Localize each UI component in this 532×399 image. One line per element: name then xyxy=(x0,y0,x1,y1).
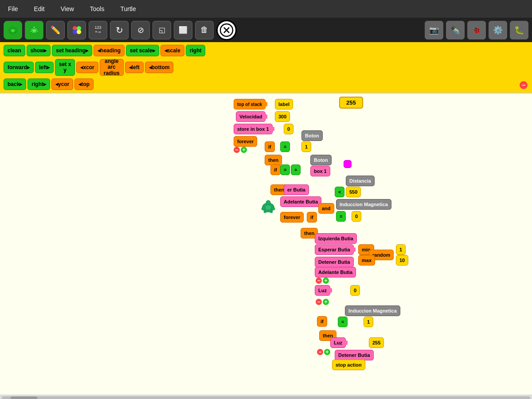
block-adelante-butia-1[interactable]: Adelante Butia xyxy=(280,196,321,207)
block-val-550[interactable]: 550 xyxy=(346,187,361,197)
menu-view[interactable]: View xyxy=(57,4,78,14)
block-show[interactable]: show▸ xyxy=(27,45,51,56)
block-plus-4[interactable]: + xyxy=(324,349,330,355)
block-boton-2[interactable]: Boton xyxy=(310,155,332,165)
color-btn[interactable] xyxy=(67,21,86,39)
block-bottom[interactable]: ◂bottom xyxy=(145,62,174,73)
block-right[interactable]: right xyxy=(186,45,206,56)
block-esperar-butia[interactable]: Esperar Butia xyxy=(315,244,354,255)
block-box1[interactable]: box 1 xyxy=(310,166,330,176)
block-eq-4[interactable]: = xyxy=(338,317,348,327)
block-back[interactable]: back▸ xyxy=(4,78,26,90)
turtle-run-btn[interactable] xyxy=(25,21,43,39)
block-xcor[interactable]: ◂xcor xyxy=(76,62,98,73)
close-btn[interactable] xyxy=(216,20,237,40)
menu-tools[interactable]: Tools xyxy=(86,4,108,14)
block-angle-arc[interactable]: anglearcradius xyxy=(100,59,124,76)
loop-btn[interactable]: ⊘ xyxy=(131,21,150,39)
block-ycor[interactable]: ◂ycor xyxy=(51,78,73,90)
block-detener-butia-2[interactable]: Detener Butia xyxy=(335,350,374,360)
block-plus-op[interactable]: + xyxy=(291,164,301,175)
turtle-home-btn[interactable] xyxy=(4,21,22,39)
block-val-1-2[interactable]: 1 xyxy=(396,244,406,255)
block-induccion-1[interactable]: Induccion Magnetica xyxy=(336,199,391,210)
block-velocidad[interactable]: Velocidad xyxy=(236,111,266,122)
block-eq-2[interactable]: = xyxy=(280,164,290,175)
block-val-300[interactable]: 300 xyxy=(275,111,290,122)
scrollbar[interactable] xyxy=(0,395,532,399)
block-set-heading[interactable]: set heading▸ xyxy=(52,45,92,56)
block-then-1[interactable]: then xyxy=(265,155,282,165)
block-luz-2[interactable]: Luz xyxy=(330,337,346,348)
block-forever-2[interactable]: forever xyxy=(280,212,304,223)
block-if-1[interactable]: if xyxy=(265,141,275,152)
block-stop-action[interactable]: stop action xyxy=(332,360,365,370)
svg-point-4 xyxy=(15,31,17,32)
block-set-xy[interactable]: set xy xyxy=(55,59,75,76)
toolbar: ✏️ 123+-= ↻ ⊘ ◱ ⬜ 🗑 📷 ✒️ 🐞 ⚙️ 🐛 xyxy=(0,18,532,42)
block-heading[interactable]: ◂heading xyxy=(94,45,125,56)
menu-edit[interactable]: Edit xyxy=(31,4,48,14)
block-plus-1[interactable]: + xyxy=(241,147,247,153)
block-and[interactable]: and xyxy=(318,203,334,214)
block-clean[interactable]: clean xyxy=(4,45,25,56)
block-minus-4[interactable]: − xyxy=(317,349,323,355)
block-plus-2[interactable]: + xyxy=(323,278,329,284)
block-boton-1[interactable]: Boton xyxy=(301,130,323,141)
block-max[interactable]: max xyxy=(358,255,375,266)
block-eq-3[interactable]: = xyxy=(336,211,346,222)
block-luz-1[interactable]: Luz xyxy=(315,285,330,296)
svg-point-1 xyxy=(11,29,15,32)
block-val-255[interactable]: 255 xyxy=(369,337,384,348)
block-val-1-1[interactable]: 1 xyxy=(301,141,311,152)
svg-point-23 xyxy=(270,211,273,213)
palette-collapse-btn[interactable]: − xyxy=(520,81,528,89)
block-forward[interactable]: forward▸ xyxy=(4,62,34,73)
bug2-btn[interactable]: 🐛 xyxy=(510,21,528,39)
block-induccion-2[interactable]: Induccion Magnetica xyxy=(345,305,400,316)
pencil-btn[interactable]: ✏️ xyxy=(46,21,65,39)
pen2-btn[interactable]: ✒️ xyxy=(446,21,465,39)
trash-btn[interactable]: 🗑 xyxy=(195,21,214,39)
block-val-10[interactable]: 10 xyxy=(396,255,408,266)
block-val-0-2[interactable]: 0 xyxy=(352,211,361,222)
block-lt[interactable]: < xyxy=(335,187,344,197)
block-top[interactable]: ◂top xyxy=(74,78,94,90)
block-magenta-1[interactable] xyxy=(344,160,352,168)
refresh-btn[interactable]: ↻ xyxy=(110,21,129,39)
numbers-btn[interactable]: 123+-= xyxy=(89,21,107,39)
block-val-0-1[interactable]: 0 xyxy=(284,124,293,134)
block-adelante-butia-2[interactable]: Adelante Butia xyxy=(315,267,356,278)
block-minus-1[interactable]: − xyxy=(234,147,240,153)
block-plus-3[interactable]: + xyxy=(323,299,329,305)
block-detener-butia-1[interactable]: Detener Butia xyxy=(315,257,354,267)
start-button[interactable]: 255 xyxy=(339,97,363,109)
block-store-box1[interactable]: store in box 1 xyxy=(234,124,273,134)
block-left-val[interactable]: ◂left xyxy=(125,62,144,73)
block-minus-3[interactable]: − xyxy=(316,299,322,305)
block-if-3[interactable]: if xyxy=(307,212,317,223)
block-if-2[interactable]: if xyxy=(270,164,281,175)
block-right2[interactable]: right▸ xyxy=(27,78,50,90)
block-forever-1[interactable]: forever xyxy=(234,136,257,147)
menu-turtle[interactable]: Turtle xyxy=(117,4,139,14)
bug1-btn[interactable]: 🐞 xyxy=(467,21,486,39)
block-top-of-stack[interactable]: top of stack xyxy=(234,99,266,110)
block-val-0-3[interactable]: 0 xyxy=(350,285,360,296)
block-eq-1[interactable]: = xyxy=(280,141,290,152)
block-scale[interactable]: ◂scale xyxy=(160,45,184,56)
block-val-1-3[interactable]: 1 xyxy=(364,317,373,327)
block-set-scale[interactable]: set scale▸ xyxy=(126,45,159,56)
block-distancia[interactable]: Distancia xyxy=(346,176,375,186)
block-minus-2[interactable]: − xyxy=(316,278,322,284)
resize-btn[interactable]: ⬜ xyxy=(174,21,192,39)
menu-file[interactable]: File xyxy=(4,4,22,14)
layers-btn[interactable]: ◱ xyxy=(153,21,171,39)
block-er-butia[interactable]: er Butia xyxy=(284,184,309,195)
block-if-4[interactable]: if xyxy=(317,316,327,327)
block-izquierda-butia[interactable]: Izquierda Butia xyxy=(315,233,357,244)
cam-btn[interactable]: 📷 xyxy=(425,21,443,39)
gear-btn[interactable]: ⚙️ xyxy=(489,21,507,39)
block-left[interactable]: left▸ xyxy=(35,62,54,73)
block-label[interactable]: label xyxy=(275,99,293,110)
